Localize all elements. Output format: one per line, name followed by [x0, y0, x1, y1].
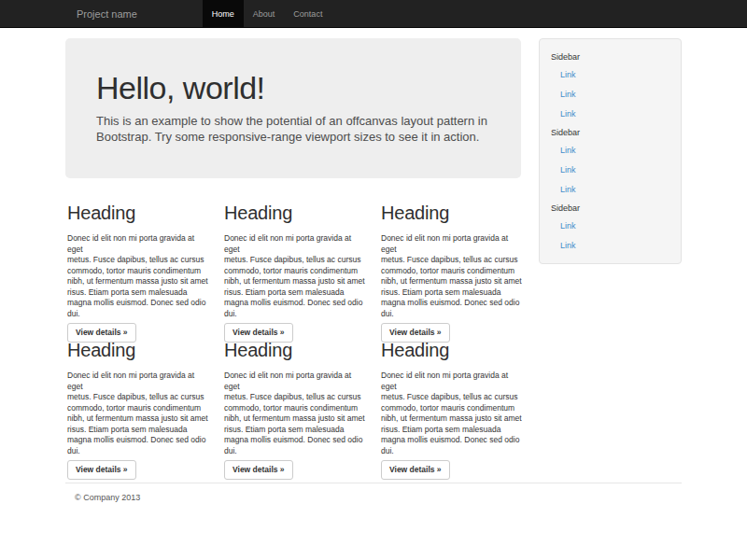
page: Project name Home About Contact Hello, w… [0, 0, 747, 560]
content-card: Heading Donec id elit non mi porta gravi… [224, 203, 366, 343]
footer-copyright: © Company 2013 [75, 493, 140, 502]
sidebar-link[interactable]: Link [551, 161, 669, 180]
card-body-text: Donec id elit non mi porta gravida at eg… [381, 371, 523, 456]
sidebar-link[interactable]: Link [551, 65, 669, 85]
card-heading: Heading [67, 203, 209, 223]
nav-item-contact[interactable]: Contact [284, 0, 331, 27]
navbar-brand[interactable]: Project name [77, 0, 148, 27]
content-row-2: Heading Donec id elit non mi porta gravi… [67, 340, 531, 480]
sidebar-group-title: Sidebar [551, 202, 669, 215]
card-body-text: Donec id elit non mi porta gravida at eg… [224, 371, 366, 456]
card-heading: Heading [381, 340, 523, 360]
card-body-text: Donec id elit non mi porta gravida at eg… [224, 233, 366, 319]
sidebar-link[interactable]: Link [551, 217, 669, 236]
sidebar-link[interactable]: Link [551, 141, 669, 161]
sidebar: Sidebar Link Link Link Sidebar Link Link… [539, 38, 682, 264]
sidebar-group-title: Sidebar [551, 126, 669, 139]
sidebar-link[interactable]: Link [551, 236, 669, 256]
card-body-text: Donec id elit non mi porta gravida at eg… [381, 233, 523, 319]
view-details-button[interactable]: View details » [67, 460, 136, 480]
hero-title: Hello, world! [96, 70, 490, 105]
content-card: Heading Donec id elit non mi porta gravi… [381, 203, 523, 343]
sidebar-link[interactable]: Link [551, 105, 669, 124]
card-heading: Heading [224, 340, 366, 360]
content-card: Heading Donec id elit non mi porta gravi… [381, 340, 523, 480]
content-row-1: Heading Donec id elit non mi porta gravi… [67, 203, 531, 343]
navbar: Project name Home About Contact [0, 0, 747, 28]
content-card: Heading Donec id elit non mi porta gravi… [224, 340, 366, 480]
sidebar-link[interactable]: Link [551, 180, 669, 200]
view-details-button[interactable]: View details » [224, 460, 293, 480]
sidebar-group-title: Sidebar [551, 50, 669, 63]
view-details-button[interactable]: View details » [381, 460, 450, 480]
card-heading: Heading [224, 203, 366, 223]
card-heading: Heading [67, 340, 209, 360]
hero-description: This is an example to show the potential… [96, 113, 490, 145]
nav-item-home[interactable]: Home [203, 0, 244, 27]
card-heading: Heading [381, 203, 523, 223]
navbar-menu: Home About Contact [203, 0, 332, 27]
content-card: Heading Donec id elit non mi porta gravi… [67, 340, 209, 480]
nav-item-about[interactable]: About [244, 0, 285, 27]
sidebar-link[interactable]: Link [551, 85, 669, 105]
footer-divider [65, 483, 682, 483]
jumbotron: Hello, world! This is an example to show… [65, 38, 521, 178]
content-card: Heading Donec id elit non mi porta gravi… [67, 203, 209, 343]
card-body-text: Donec id elit non mi porta gravida at eg… [67, 371, 209, 456]
card-body-text: Donec id elit non mi porta gravida at eg… [67, 233, 209, 319]
